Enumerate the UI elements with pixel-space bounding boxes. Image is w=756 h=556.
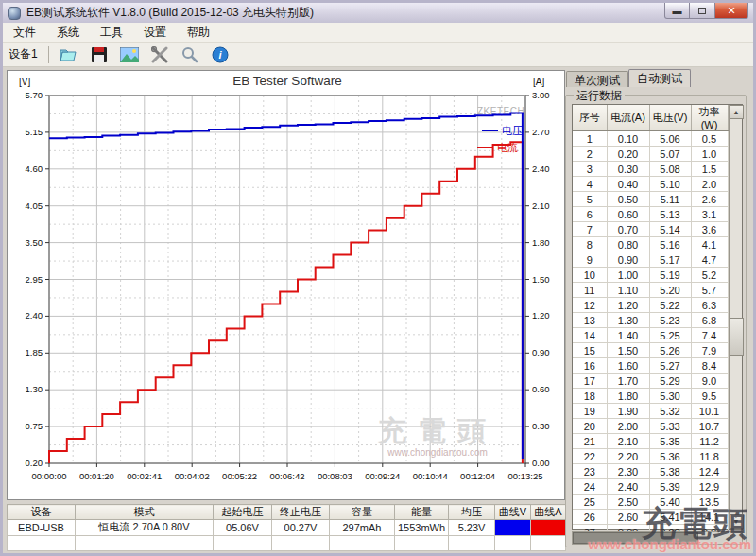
- grid-cell: 5.29: [649, 374, 691, 389]
- menu-item-system[interactable]: 系统: [46, 23, 90, 43]
- grid-cell: 11: [573, 283, 607, 298]
- svg-text:2.95: 2.95: [26, 274, 43, 285]
- svg-text:0.20: 0.20: [26, 458, 43, 468]
- tab-bar: 单次测试 自动测试: [566, 69, 691, 87]
- table-row[interactable]: 30.305.081.5: [573, 162, 728, 177]
- table-row[interactable]: 80.805.164.1: [573, 237, 728, 252]
- capacity-value: 297mAh: [330, 520, 395, 536]
- right-panel: 单次测试 自动测试 运行数据 序号电流(A)电压(V)功率(W) 10.105.…: [564, 69, 750, 553]
- svg-text:1.20: 1.20: [532, 310, 550, 321]
- window-controls: ▬ ✕: [664, 3, 748, 19]
- grid-cell: 0.5: [691, 131, 728, 147]
- zoom-button[interactable]: [178, 44, 202, 65]
- table-row[interactable]: 10.105.060.5: [573, 131, 728, 147]
- table-row[interactable]: 191.905.3210.1: [573, 404, 728, 419]
- grid-cell: 23: [573, 464, 607, 479]
- menu-item-help[interactable]: 帮助: [177, 23, 220, 43]
- table-row[interactable]: 222.205.3611.8: [573, 449, 728, 464]
- grid-cell: 18: [573, 389, 607, 404]
- grid-cell: 5.39: [649, 479, 691, 495]
- table-row[interactable]: 40.405.102.0: [573, 177, 728, 192]
- grid-cell: 1: [573, 131, 607, 147]
- grid-cell: 1.90: [607, 404, 649, 419]
- svg-text:00:08:03: 00:08:03: [318, 471, 352, 481]
- grid-cell: 3.6: [691, 222, 728, 237]
- horizontal-scrollbar[interactable]: [572, 531, 743, 545]
- screenshot-button[interactable]: [117, 44, 142, 65]
- maximize-button[interactable]: [690, 3, 715, 19]
- save-icon: [91, 46, 108, 63]
- grid-cell: 12.4: [691, 464, 728, 479]
- grid-cell: 6.3: [691, 298, 728, 313]
- table-row[interactable]: 252.505.4013.5: [573, 495, 728, 510]
- horizontal-scrollbar-thumb[interactable]: [573, 532, 698, 544]
- end-voltage-value: 00.27V: [272, 520, 330, 536]
- menu-item-tools[interactable]: 工具: [90, 23, 133, 43]
- table-row[interactable]: 212.105.3511.2: [573, 434, 728, 449]
- summary-table: 设备模式起始电压终止电压容量能量均压曲线V曲线A EBD-USB 恒电流 2.7…: [7, 504, 566, 551]
- table-row[interactable]: 202.005.3310.7: [573, 419, 728, 434]
- about-button[interactable]: i: [208, 44, 232, 65]
- table-row[interactable]: 70.705.143.6: [573, 222, 728, 237]
- open-file-button[interactable]: [57, 44, 81, 65]
- summary-column-header: 曲线A: [531, 505, 566, 520]
- table-row[interactable]: 232.305.3812.4: [573, 464, 728, 479]
- grid-cell: 0.70: [607, 222, 649, 237]
- table-row[interactable]: 171.705.299.0: [573, 374, 728, 389]
- table-row[interactable]: 20.205.071.0: [573, 147, 728, 162]
- grid-cell: 9.0: [691, 374, 728, 389]
- curve-a-swatch: [531, 520, 566, 536]
- device-selector[interactable]: 设备1: [3, 46, 43, 62]
- svg-text:2.70: 2.70: [532, 127, 550, 137]
- grid-cell: 5.26: [649, 343, 691, 358]
- tab-auto-test[interactable]: 自动测试: [628, 69, 691, 87]
- tools-button[interactable]: [147, 44, 172, 65]
- save-button[interactable]: [87, 44, 112, 65]
- table-row[interactable]: 262.605.4114.1: [573, 510, 728, 525]
- menu-item-file[interactable]: 文件: [3, 23, 46, 43]
- grid-cell: 1.5: [691, 162, 728, 177]
- scroll-up-button[interactable]: ▲: [730, 105, 744, 119]
- grid-cell: 5.17: [649, 252, 691, 268]
- grid-cell: 9.5: [691, 389, 728, 404]
- energy-value: 1553mWh: [395, 520, 449, 536]
- grid-cell: 2: [573, 147, 607, 162]
- table-row[interactable]: 101.005.195.2: [573, 268, 728, 283]
- vertical-scrollbar[interactable]: ▲ ▼: [729, 105, 743, 529]
- table-row[interactable]: 161.605.278.4: [573, 358, 728, 374]
- grid-cell: 1.00: [607, 268, 649, 283]
- grid-cell: 1.80: [607, 389, 649, 404]
- svg-text:5.70: 5.70: [26, 90, 43, 100]
- table-row[interactable]: 90.905.174.7: [573, 252, 728, 268]
- grid-cell: 19: [573, 404, 607, 419]
- tab-single-test[interactable]: 单次测试: [566, 71, 628, 87]
- scrollbar-thumb[interactable]: [730, 318, 744, 356]
- table-row[interactable]: 60.605.133.1: [573, 207, 728, 222]
- svg-text:00:13:25: 00:13:25: [508, 471, 543, 481]
- grid-cell: 0.40: [607, 177, 649, 192]
- svg-text:00:00:00: 00:00:00: [32, 471, 67, 481]
- table-row[interactable]: 50.505.112.6: [573, 192, 728, 207]
- toolbar: 设备1: [3, 43, 753, 67]
- close-button[interactable]: ✕: [715, 3, 748, 19]
- grid-cell: 5.27: [649, 358, 691, 374]
- scroll-down-button[interactable]: ▼: [730, 514, 744, 529]
- run-data-groupbox: 运行数据 序号电流(A)电压(V)功率(W) 10.105.060.520.20…: [565, 95, 747, 547]
- minimize-button[interactable]: ▬: [664, 3, 690, 19]
- table-row[interactable]: 121.205.226.3: [573, 298, 728, 313]
- summary-column-header: 模式: [76, 505, 214, 520]
- grid-cell: 13.5: [691, 495, 728, 510]
- table-row[interactable]: 111.105.205.7: [573, 283, 728, 298]
- table-row[interactable]: 151.505.267.9: [573, 343, 728, 358]
- grid-cell: 5.7: [691, 283, 728, 298]
- chart-watermark-url: www.chongdiantou.com: [387, 447, 488, 458]
- summary-column-header: 起始电压: [214, 505, 272, 520]
- table-row[interactable]: 181.805.309.5: [573, 389, 728, 404]
- svg-text:1.80: 1.80: [532, 237, 550, 248]
- table-row[interactable]: 141.405.257.4: [573, 328, 728, 343]
- table-row[interactable]: 131.305.236.8: [573, 313, 728, 328]
- svg-text:00:10:44: 00:10:44: [413, 471, 448, 481]
- menu-item-settings[interactable]: 设置: [133, 23, 177, 43]
- svg-text:1.85: 1.85: [26, 347, 43, 357]
- table-row[interactable]: 242.405.3912.9: [573, 479, 728, 495]
